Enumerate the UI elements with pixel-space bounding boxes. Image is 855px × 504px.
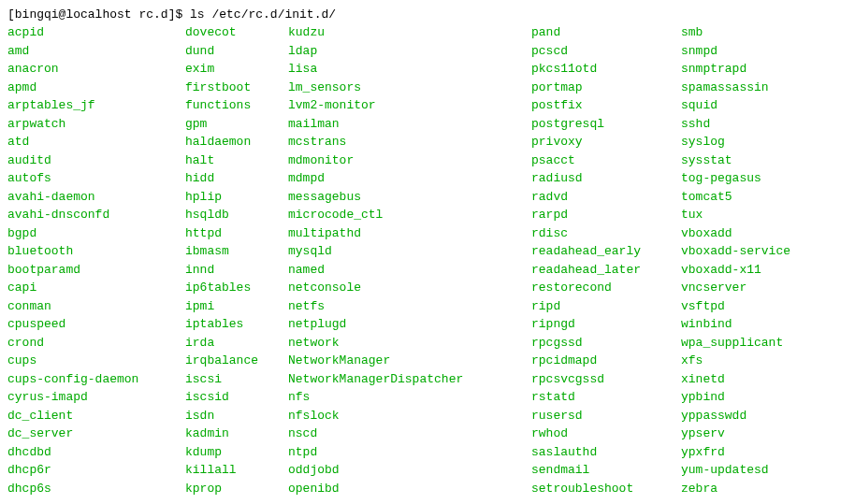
file-entry: privoxy — [531, 133, 681, 151]
file-entry: kdump — [185, 443, 288, 462]
file-entry: xfs — [681, 352, 831, 370]
file-entry: microcode_ctl — [288, 206, 531, 224]
file-entry: dc_client — [7, 407, 185, 425]
file-entry: rusersd — [531, 407, 681, 425]
file-entry: mdmpd — [288, 169, 531, 188]
file-entry: tog-pegasus — [681, 169, 831, 188]
file-entry: ldap — [288, 42, 531, 61]
file-entry: gpm — [185, 115, 288, 134]
file-entry: bluetooth — [7, 242, 185, 261]
file-entry: irqbalance — [185, 352, 288, 370]
file-entry: psacct — [531, 151, 681, 170]
file-entry: zebra — [681, 480, 831, 498]
file-entry: auditd — [7, 151, 185, 170]
file-entry: readahead_later — [531, 261, 681, 280]
file-entry: radiusd — [531, 169, 681, 188]
file-entry: rpcidmapd — [531, 352, 681, 370]
file-entry: tomcat5 — [681, 188, 831, 207]
file-entry: dhcp6s — [7, 480, 185, 498]
file-entry: bgpd — [7, 224, 185, 243]
file-entry: ypserv — [681, 425, 831, 443]
file-entry: setroubleshoot — [531, 480, 681, 498]
file-entry: rpcgssd — [531, 334, 681, 353]
file-entry: pcscd — [531, 42, 681, 61]
file-entry: NetworkManager — [288, 352, 531, 370]
file-entry: rstatd — [531, 388, 681, 407]
file-entry: kadmin — [185, 425, 288, 443]
listing-column-4: pandpcscdpkcs11otdportmappostfixpostgres… — [531, 23, 681, 497]
file-entry: netconsole — [288, 279, 531, 297]
file-entry: messagebus — [288, 188, 531, 207]
file-entry: kprop — [185, 480, 288, 498]
file-entry: firstboot — [185, 79, 288, 97]
file-entry: xinetd — [681, 370, 831, 389]
file-entry: vboxadd-x11 — [681, 261, 831, 280]
file-entry: atd — [7, 133, 185, 151]
file-entry: cyrus-imapd — [7, 388, 185, 407]
file-entry: avahi-daemon — [7, 188, 185, 207]
file-entry: arpwatch — [7, 115, 185, 134]
file-entry: ypbind — [681, 388, 831, 407]
file-entry: nfslock — [288, 407, 531, 425]
file-entry: named — [288, 261, 531, 280]
file-entry: syslog — [681, 133, 831, 151]
file-entry: restorecond — [531, 279, 681, 297]
file-entry: iscsid — [185, 388, 288, 407]
file-entry: vboxadd — [681, 224, 831, 243]
file-entry: dund — [185, 42, 288, 61]
file-entry: dc_server — [7, 425, 185, 443]
file-entry: nfs — [288, 388, 531, 407]
file-entry: openibd — [288, 480, 531, 498]
file-entry: postgresql — [531, 115, 681, 134]
file-entry: ripd — [531, 297, 681, 316]
file-entry: sshd — [681, 115, 831, 134]
file-entry: hplip — [185, 188, 288, 207]
file-entry: lm_sensors — [288, 79, 531, 97]
listing-column-2: dovecotdundeximfirstbootfunctionsgpmhald… — [185, 23, 288, 497]
file-entry: mcstrans — [288, 133, 531, 151]
file-entry: postfix — [531, 96, 681, 115]
file-entry: anacron — [7, 60, 185, 79]
file-entry: saslauthd — [531, 443, 681, 462]
file-entry: dhcp6r — [7, 461, 185, 480]
file-entry: haldaemon — [185, 133, 288, 151]
file-entry: dhcdbd — [7, 443, 185, 462]
file-entry: pkcs11otd — [531, 60, 681, 79]
file-entry: readahead_early — [531, 242, 681, 261]
file-entry: cpuspeed — [7, 315, 185, 334]
file-entry: httpd — [185, 224, 288, 243]
file-entry: ibmasm — [185, 242, 288, 261]
file-entry: smb — [681, 23, 831, 42]
file-entry: mysqld — [288, 242, 531, 261]
file-entry: vncserver — [681, 279, 831, 297]
file-entry: capi — [7, 279, 185, 297]
file-entry: hsqldb — [185, 206, 288, 224]
file-entry: ypxfrd — [681, 443, 831, 462]
file-entry: ntpd — [288, 443, 531, 462]
file-entry: wpa_supplicant — [681, 334, 831, 353]
file-entry: NetworkManagerDispatcher — [288, 370, 531, 389]
file-entry: portmap — [531, 79, 681, 97]
listing-column-3: kudzuldaplisalm_sensorslvm2-monitormailm… — [288, 23, 531, 497]
file-entry: radvd — [531, 188, 681, 207]
file-entry: isdn — [185, 407, 288, 425]
file-entry: netfs — [288, 297, 531, 316]
file-entry: hidd — [185, 169, 288, 188]
file-entry: rarpd — [531, 206, 681, 224]
file-entry: rdisc — [531, 224, 681, 243]
file-entry: yum-updatesd — [681, 461, 831, 480]
listing-column-1: acpidamdanacronapmdarptables_jfarpwatcha… — [7, 23, 185, 497]
file-entry: tux — [681, 206, 831, 224]
file-entry: avahi-dnsconfd — [7, 206, 185, 224]
file-entry: snmpd — [681, 42, 831, 61]
file-entry: ipmi — [185, 297, 288, 316]
file-entry: innd — [185, 261, 288, 280]
file-entry: ip6tables — [185, 279, 288, 297]
file-entry: sysstat — [681, 151, 831, 170]
file-entry: apmd — [7, 79, 185, 97]
directory-listing: acpidamdanacronapmdarptables_jfarpwatcha… — [7, 23, 848, 497]
file-entry: network — [288, 334, 531, 353]
file-entry: functions — [185, 96, 288, 115]
shell-prompt: [bingqi@localhost rc.d]$ ls /etc/rc.d/in… — [7, 7, 848, 22]
file-entry: yppasswdd — [681, 407, 831, 425]
